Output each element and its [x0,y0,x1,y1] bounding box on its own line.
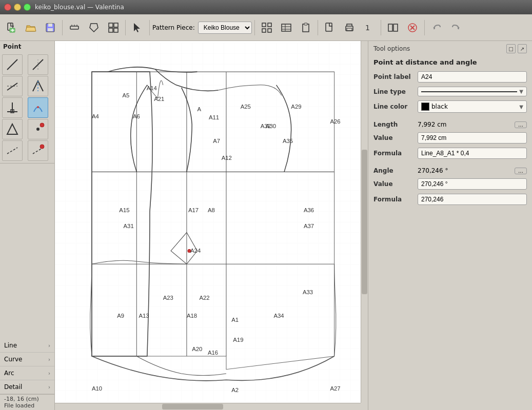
save-button[interactable] [41,18,60,37]
svg-text:A34: A34 [273,313,284,319]
svg-rect-21 [282,24,291,31]
tab-curve[interactable]: Curve › [0,353,54,366]
svg-text:A31: A31 [124,223,134,229]
canvas-scroll: A A1 A2 A3 A4 A5 A6 A7 A8 A9 A10 A11 A12… [55,41,361,403]
svg-text:A37: A37 [304,223,314,229]
vertical-scrollbar[interactable] [361,41,368,403]
vertical-tool[interactable] [28,76,48,96]
scroll-corner [361,403,368,410]
svg-rect-54 [55,43,361,401]
panel-header-icons[interactable]: □ ↗ [506,44,527,53]
svg-text:A20: A20 [192,346,202,352]
minimize-button[interactable] [14,4,21,11]
tab-line[interactable]: Line › [0,339,54,353]
line-color-row: Line color black ▼ [368,98,532,115]
measurements-button[interactable] [65,18,84,37]
print-button[interactable] [340,18,359,37]
detail-button[interactable] [85,18,103,37]
svg-text:A32: A32 [261,123,271,129]
panel-header: Tool options □ ↗ [368,41,532,56]
sep7 [424,20,425,35]
sep2 [125,20,126,35]
float-button[interactable]: ↗ [518,44,527,53]
sep3 [149,20,150,35]
canvas-svg[interactable]: A A1 A2 A3 A4 A5 A6 A7 A8 A9 A10 A11 A12… [55,41,361,403]
length-ellipsis-btn[interactable]: … [515,121,527,128]
length-label: Length [373,121,415,128]
cross-tool[interactable] [28,140,48,161]
restore-button[interactable]: □ [506,44,516,53]
point-marker-tool[interactable] [28,119,48,139]
point-label-input[interactable] [418,71,527,83]
block-button[interactable] [104,18,123,37]
line-color-select[interactable]: black ▼ [418,100,527,113]
table-button[interactable] [277,18,295,37]
horizontal-tool[interactable] [2,76,23,96]
close-button[interactable] [4,4,11,11]
curve-point-tool[interactable] [28,97,48,118]
sep1 [62,20,63,35]
angle-row: Angle 270,246 ° … [368,165,532,176]
line-tool[interactable] [2,54,23,75]
coordinates: -18, 16 (cm) [4,396,50,402]
sep5 [318,20,318,35]
perpendicular-tool[interactable] [2,97,23,118]
line-type-select[interactable]: ▼ [418,87,527,96]
main-toolbar: Pattern Piece: Keiko Blouse 1 [0,14,532,41]
tab-arc[interactable]: Arc › [0,366,54,380]
svg-text:A14: A14 [147,85,157,91]
angle-formula-input[interactable] [418,194,527,205]
horizontal-scrollbar[interactable] [55,403,361,410]
divider1 [368,115,532,119]
angle-label: Angle [373,167,415,174]
bisector-tool[interactable] [28,54,48,75]
angle-value: 270,246 ° [418,167,511,174]
page-button[interactable]: 1 [360,18,378,37]
svg-rect-18 [268,23,271,27]
triangle-tool[interactable] [2,119,23,139]
svg-rect-31 [388,24,392,31]
svg-rect-27 [326,23,332,31]
svg-rect-17 [262,23,266,27]
close-x-button[interactable] [403,18,422,37]
export2-button[interactable] [321,18,339,37]
svg-text:A5: A5 [123,92,130,98]
length-value-input[interactable] [418,132,527,144]
svg-text:A36: A36 [304,208,314,214]
angle-ellipsis-btn[interactable]: … [515,168,527,174]
maximize-button[interactable] [24,4,31,11]
length-value-row: Value [368,130,532,146]
new-button[interactable] [2,18,21,37]
length-formula-label: Formula [373,150,415,157]
angle-value-input[interactable] [418,178,527,190]
redo-button[interactable] [447,18,465,37]
canvas-area[interactable]: A A1 A2 A3 A4 A5 A6 A7 A8 A9 A10 A11 A12… [55,41,368,410]
v-scroll-thumb[interactable] [362,150,367,294]
tab-detail-chevron: › [48,384,50,390]
pattern-piece-select[interactable]: Keiko Blouse [198,22,252,34]
svg-rect-6 [48,28,53,31]
svg-line-40 [7,83,17,90]
undo-button[interactable] [427,18,446,37]
svg-rect-5 [48,24,52,27]
layout3-button[interactable] [384,18,402,37]
svg-point-48 [36,128,40,131]
select-tool-button[interactable] [128,18,147,37]
svg-text:A4: A4 [92,113,99,119]
h-scroll-thumb[interactable] [162,404,223,409]
svg-text:A18: A18 [187,313,197,319]
svg-text:1: 1 [365,24,370,32]
tab-curve-chevron: › [48,357,50,362]
grid-button[interactable] [258,18,276,37]
point-label-label: Point label [373,73,415,80]
length-formula-input[interactable] [418,148,527,159]
tool-section-label: Point [0,41,54,52]
clipboard-button[interactable] [297,18,315,37]
tab-detail[interactable]: Detail › [0,380,54,394]
dash-line-tool[interactable] [2,140,23,161]
open-button[interactable] [22,18,40,37]
svg-text:A13: A13 [139,313,149,319]
svg-text:A23: A23 [163,295,173,301]
window-controls[interactable] [4,4,31,11]
sep6 [381,20,381,35]
